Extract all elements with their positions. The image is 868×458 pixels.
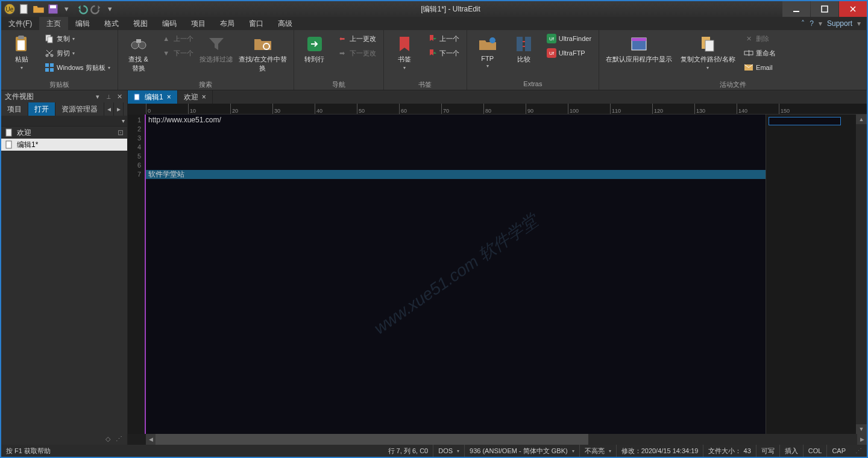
status-readwrite[interactable]: 可写 xyxy=(756,445,780,457)
svg-rect-18 xyxy=(45,68,49,72)
status-insert[interactable]: 插入 xyxy=(780,445,804,457)
cut-button[interactable]: 剪切 ▾ xyxy=(41,46,114,60)
panel-dropdown-bar[interactable]: ▾ xyxy=(1,116,127,127)
menu-format[interactable]: 格式 xyxy=(97,17,126,30)
code-area[interactable]: http://www.xue51.com/软件学堂站www.xue51.com … xyxy=(146,114,766,434)
ribbon-collapse-icon[interactable]: ˄ xyxy=(801,19,805,28)
svg-rect-7 xyxy=(793,11,799,12)
document-tab[interactable]: 欢迎 × xyxy=(178,90,213,104)
copy-path-button[interactable]: 复制文件路径/名称▾ xyxy=(678,32,738,71)
panel-close-icon[interactable]: ✕ xyxy=(115,92,124,101)
scroll-right-icon[interactable]: ▶ xyxy=(857,434,867,445)
ftp-icon xyxy=(478,34,497,54)
status-encoding[interactable]: 936 (ANSI/OEM - 简体中文 GBK) xyxy=(465,445,580,457)
open-in-default-button[interactable]: 在默认应用程序中显示 xyxy=(603,32,675,64)
binoculars-icon xyxy=(129,34,148,54)
minimap[interactable] xyxy=(766,114,856,434)
ribbon-group-search: 查找 & 替换 ▲上一个 ▼下一个 按选择过滤 查找/在文件中替换 搜索 xyxy=(118,30,294,90)
bookmark-next-button[interactable]: 下一个 xyxy=(424,46,463,60)
tab-scroll-left[interactable]: ◂ xyxy=(104,102,114,116)
status-col[interactable]: COL xyxy=(804,445,828,457)
tab-close-icon[interactable]: × xyxy=(202,93,206,101)
goto-line-button[interactable]: 转到行 xyxy=(298,32,332,64)
ftp-button[interactable]: FTP▾ xyxy=(471,32,505,69)
minimize-button[interactable] xyxy=(782,1,810,17)
redo-icon[interactable] xyxy=(90,3,102,15)
status-eol[interactable]: DOS xyxy=(433,445,465,457)
rename-file-button[interactable]: 重命名 xyxy=(740,46,779,60)
svg-rect-26 xyxy=(517,37,523,51)
list-item[interactable]: 欢迎 ⊡ xyxy=(1,127,127,139)
menu-encoding[interactable]: 编码 xyxy=(155,17,184,30)
paste-button[interactable]: 粘贴 ▾ xyxy=(5,32,39,71)
scroll-up-icon[interactable]: ▲ xyxy=(856,114,867,124)
panel-dropdown-icon[interactable]: ▾ xyxy=(93,92,102,101)
email-file-button[interactable]: Email xyxy=(740,61,779,74)
menu-project[interactable]: 项目 xyxy=(184,17,213,30)
ultraftp-button[interactable]: UfUltraFTP xyxy=(543,46,595,60)
close-button[interactable] xyxy=(839,1,867,17)
find-replace-button[interactable]: 查找 & 替换 xyxy=(122,32,156,73)
save-dropdown-icon[interactable]: ▾ xyxy=(61,3,74,15)
find-next-button[interactable]: ▼下一个 xyxy=(158,46,197,60)
menu-advanced[interactable]: 高级 xyxy=(271,17,300,30)
menu-home[interactable]: 主页 xyxy=(39,17,68,30)
uftp-icon: Uf xyxy=(547,48,556,58)
arrow-left-red-icon: ⬅ xyxy=(338,34,347,43)
bookmark-button[interactable]: 书签 ▾ xyxy=(388,32,421,71)
maximize-button[interactable] xyxy=(811,1,838,17)
list-item[interactable]: 编辑1* xyxy=(1,139,127,151)
next-change-button[interactable]: ➡下一更改 xyxy=(334,46,380,60)
menu-file[interactable]: 文件(F) xyxy=(1,17,39,30)
document-tab[interactable]: 编辑1 × xyxy=(128,90,178,104)
ribbon-group-bookmark: 书签 ▾ 上一个 下一个 书签 xyxy=(384,30,467,90)
copy-button[interactable]: 复制 ▾ xyxy=(41,32,114,45)
qat-more-icon[interactable]: ▾ xyxy=(105,3,117,15)
compare-button[interactable]: 比较 xyxy=(507,32,541,64)
status-grip-icon[interactable]: ⋰ xyxy=(851,445,867,457)
svg-text:Ue: Ue xyxy=(6,6,14,13)
menu-edit[interactable]: 编辑 xyxy=(68,17,97,30)
windows-clipboard-button[interactable]: Windows 剪贴板 ▾ xyxy=(41,61,114,74)
find-in-files-button[interactable]: 查找/在文件中替换 xyxy=(236,32,290,73)
menu-view[interactable]: 视图 xyxy=(126,17,155,30)
new-file-icon[interactable] xyxy=(18,3,30,15)
bookmark-prev-button[interactable]: 上一个 xyxy=(424,32,463,45)
save-icon[interactable] xyxy=(47,3,59,15)
vertical-scrollbar[interactable]: ▲ ▼ xyxy=(856,114,867,434)
support-link[interactable]: Support xyxy=(827,19,852,28)
svg-rect-37 xyxy=(749,50,749,56)
filter-by-selection-button[interactable]: 按选择过滤 xyxy=(200,32,233,64)
tab-scroll-right[interactable]: ▸ xyxy=(114,102,124,116)
find-prev-button[interactable]: ▲上一个 xyxy=(158,32,197,45)
panel-menu-icon[interactable]: ◇ xyxy=(103,434,113,444)
status-cap[interactable]: CAP xyxy=(827,445,851,457)
svg-rect-4 xyxy=(50,5,56,8)
panel-pin-icon[interactable]: ⟂ xyxy=(104,92,113,101)
tab-open[interactable]: 打开 xyxy=(28,102,55,116)
item-action-icon[interactable]: ⊡ xyxy=(118,128,124,137)
undo-icon[interactable] xyxy=(76,3,88,15)
tab-explorer[interactable]: 资源管理器 xyxy=(55,102,104,116)
svg-text:▾: ▾ xyxy=(108,5,112,13)
scroll-thumb[interactable] xyxy=(156,434,588,445)
ultrafinder-button[interactable]: UfUltraFinder xyxy=(543,32,595,45)
scroll-down-icon[interactable]: ▼ xyxy=(856,424,867,434)
bookmark-icon xyxy=(395,34,414,54)
menu-layout[interactable]: 布局 xyxy=(213,17,242,30)
ribbon-group-nav: 转到行 ⬅上一更改 ➡下一更改 导航 xyxy=(294,30,384,90)
menu-window[interactable]: 窗口 xyxy=(242,17,271,30)
scroll-left-icon[interactable]: ◀ xyxy=(146,434,156,445)
svg-rect-17 xyxy=(50,63,54,67)
tab-project[interactable]: 项目 xyxy=(1,102,28,116)
horizontal-scrollbar[interactable]: ◀ ▶ xyxy=(146,434,867,445)
status-highlight[interactable]: 不高亮 xyxy=(580,445,617,457)
delete-file-button[interactable]: ✕删除 xyxy=(740,32,779,45)
last-change-button[interactable]: ⬅上一更改 xyxy=(334,32,380,45)
window-title: [编辑1*] - UltraEdit xyxy=(119,4,782,14)
open-folder-icon[interactable] xyxy=(33,3,45,15)
tab-close-icon[interactable]: × xyxy=(167,93,171,101)
help-icon[interactable]: ? xyxy=(810,19,814,28)
app-icon[interactable]: Ue xyxy=(4,3,16,15)
panel-grip-icon[interactable]: ⋰ xyxy=(114,434,124,444)
